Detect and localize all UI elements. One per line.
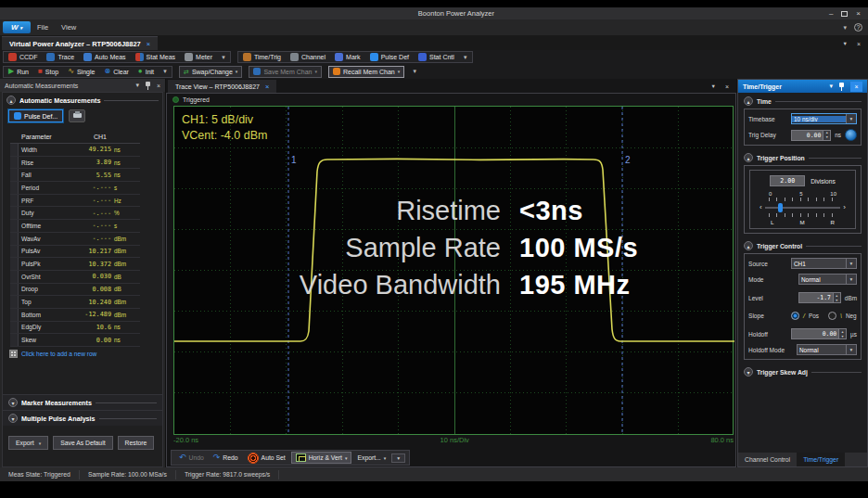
table-row[interactable]: Period-.---s [10,182,140,195]
run-button[interactable]: ▶ Run [4,67,33,77]
stat-cntl-button[interactable]: Stat Cntl [414,52,459,62]
slope-pos-radio[interactable] [791,312,799,320]
pulse-def-button[interactable]: Pulse Def [365,52,414,62]
print-button[interactable] [69,109,85,122]
slope-neg-radio[interactable] [828,312,836,320]
marker-measurements-section[interactable]: ▾ Marker Measurements [3,394,162,410]
close-icon[interactable]: × [856,9,861,18]
collapse-icon[interactable]: ▴ [744,153,753,162]
channel-button[interactable]: Channel [286,52,330,62]
expand-icon[interactable]: ▾ [8,414,18,423]
menu-view[interactable]: View [55,23,83,32]
multiple-pulse-analysis-section[interactable]: ▾ Multiple Pulse Analysis [3,410,162,426]
holdoff-mode-select[interactable]: Normal ▾ [797,344,857,355]
table-row[interactable]: PulsAv10.217dBm [10,246,140,259]
mem-overflow-icon[interactable]: ▼ [408,69,421,74]
ccdf-button[interactable]: CCDF [4,52,42,62]
redo-button[interactable]: ↷ Redo [210,453,242,463]
chevron-down-icon[interactable]: ▾ [135,82,139,89]
trigger-control-section-header[interactable]: ▴ Trigger Control [738,237,867,252]
chevron-down-icon[interactable]: ▾ [843,24,847,32]
trig-delay-sync-button[interactable] [845,129,857,141]
source-select[interactable]: CH1 ▾ [791,258,857,269]
chevron-down-icon[interactable]: ▾ [829,83,833,90]
slider-handle[interactable] [778,203,783,212]
tab-close-icon[interactable]: × [265,83,269,91]
help-icon[interactable]: ? [854,23,862,32]
tab-close-icon[interactable]: × [147,40,150,48]
tools-overflow-icon[interactable]: ▼ [459,55,472,60]
tab-virtual-power-analyzer[interactable]: Virtual Power Analyzer – RTP5006J8827 × [2,36,158,50]
menu-file[interactable]: File [31,23,55,32]
expand-icon[interactable]: ▾ [744,367,753,377]
trace-toolbar-overflow[interactable]: ▼ [391,453,405,463]
trace-plot[interactable]: CH1: 5 dB/div VCent: -4.0 dBm 1 2 Riseti… [173,106,734,435]
slider-left-arrow[interactable]: ‹ [760,204,762,211]
mark-button[interactable]: Mark [330,52,365,62]
undo-button[interactable]: ↶ Undo [175,453,208,463]
table-row[interactable]: PRF-.---Hz [10,195,140,208]
table-row[interactable]: PulsPk10.372dBm [10,258,140,271]
table-row[interactable]: Duty-.---% [10,207,140,220]
table-row[interactable]: OvrSht0.030dB [10,271,140,284]
save-as-default-button[interactable]: Save As Default [53,436,112,450]
level-input[interactable]: -1.7 ▴▾ [798,292,841,303]
trace-button[interactable]: Trace [42,52,79,62]
table-row[interactable]: WavAv-.---dBm [10,233,140,246]
save-mem-chan-button[interactable]: Save Mem Chan ▾ [249,66,322,78]
swap-change-button[interactable]: ⇄ Swap/Change ▾ [179,66,242,78]
close-icon[interactable]: × [850,82,862,92]
trigger-position-section-header[interactable]: ▴ Trigger Position [738,149,867,164]
table-row[interactable]: Top10.240dBm [10,296,140,309]
app-logo-button[interactable]: W ▾ [3,21,31,33]
trigger-position-value[interactable]: 2.00 [770,175,805,186]
restore-button[interactable]: Restore [118,436,155,450]
collapse-icon[interactable]: ▴ [6,96,16,105]
meter-button[interactable]: Meter [180,52,217,62]
tab-time-trigger[interactable]: Time/Trigger [797,453,845,466]
time-section-header[interactable]: ▴ Time [738,93,867,108]
chevron-down-icon[interactable]: ▾ [846,275,856,284]
collapse-icon[interactable]: ▴ [744,96,753,106]
clear-button[interactable]: ⊗ Clear [99,67,133,77]
export-button[interactable]: Export ▾ [8,436,48,450]
chevron-down-icon[interactable]: ▾ [846,345,856,354]
tab-list-icon[interactable]: ▼ [842,41,847,47]
table-row[interactable]: Bottom-12.489dBm [10,309,140,322]
spin-down-icon[interactable]: ▾ [823,135,830,140]
tab-channel-control[interactable]: Channel Control [738,453,797,466]
auto-measurements-dock-header[interactable]: Automatic Measurements ▾ × [0,79,165,92]
table-row[interactable]: Droop0.008dB [10,284,140,297]
pulse-def-dialog-button[interactable]: Pulse Def... [8,109,63,122]
recall-mem-chan-button[interactable]: Recall Mem Chan ▾ [328,66,404,78]
mode-select[interactable]: Normal ▾ [798,274,857,285]
table-row[interactable]: Skew0.00ns [10,334,140,347]
tab-trace-view[interactable]: Trace View – RTP5006J8827 × [168,80,276,93]
holdoff-input[interactable]: 0.00 ▴▾ [791,328,847,339]
trig-delay-input[interactable]: 0.00 ▴▾ [791,130,831,141]
timebase-select[interactable]: 10 ns/div ▾ [791,113,857,124]
table-row[interactable]: Width49.215ns [10,144,140,157]
minimize-icon[interactable]: – [829,9,833,18]
marker-2-label[interactable]: 2 [625,155,631,165]
marker-1-label[interactable]: 1 [291,155,297,165]
table-row[interactable]: Fall5.55ns [10,169,140,182]
spin-down-icon[interactable]: ▾ [834,298,840,302]
trigger-skew-section-header[interactable]: ▾ Trigger Skew Adj [738,364,867,378]
export-trace-button[interactable]: Export... ▾ [353,453,389,462]
close-icon[interactable]: × [857,41,861,47]
table-row[interactable]: Rise3.89ns [10,157,140,170]
single-button[interactable]: ∿ Single [63,67,99,77]
horiz-vert-button[interactable]: Horiz & Vert ▾ [291,452,352,464]
time-trigger-dock-header[interactable]: Time/Trigger ▾ × [738,80,867,93]
close-icon[interactable]: × [725,83,729,90]
table-row[interactable]: Offtime-.---s [10,220,140,233]
add-measurement-row[interactable]: Click here to add a new row [10,347,140,360]
views-overflow-icon[interactable]: ▼ [217,55,230,60]
auto-set-button[interactable]: Auto Set [244,452,289,465]
time-trig-button[interactable]: Time/Trig [238,52,286,62]
stat-meas-button[interactable]: Stat Meas [131,52,181,62]
auto-meas-button[interactable]: Auto Meas [79,52,130,62]
chevron-down-icon[interactable]: ▾ [846,114,856,123]
restore-icon[interactable] [841,11,848,17]
